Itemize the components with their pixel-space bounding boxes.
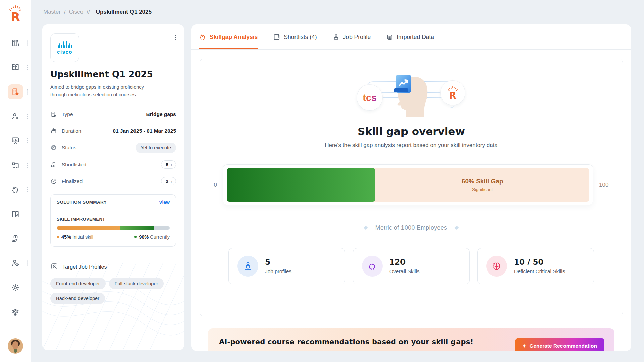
ai-lab-icon	[8, 305, 23, 319]
initial-skill-dot	[57, 236, 59, 238]
view-link[interactable]: View	[159, 200, 170, 205]
program-summary-card: cisco Upskillment Q1 2025 Aimed to bridg…	[42, 24, 184, 350]
kebab-menu-icon[interactable]	[27, 114, 28, 119]
target-job-profiles-header: Target Job Profiles	[50, 262, 176, 272]
assessments-icon	[8, 60, 23, 75]
job-profile-tab-icon	[332, 33, 340, 41]
metric-deficient-critical-skills: 10 / 50 Deficient Critical Skills	[477, 248, 594, 284]
user-avatar[interactable]	[8, 338, 23, 354]
target-job-profiles-title: Target Job Profiles	[62, 264, 107, 270]
kebab-menu-icon[interactable]	[27, 187, 28, 192]
gauge-value-label: 60% Skill Gap	[462, 178, 503, 185]
metric-cards: 5 Job profiles 120 Overall Skills	[228, 248, 594, 284]
ai-recommendation-banner: AI-powered course recommendations based …	[208, 328, 614, 351]
kebab-menu-icon[interactable]	[27, 261, 28, 266]
rosette-check-icon	[50, 178, 57, 185]
job-tag[interactable]: Back-end developer	[50, 293, 105, 304]
kebab-menu-icon[interactable]	[27, 163, 28, 168]
job-tag[interactable]: Front-end developer	[50, 278, 106, 289]
gauge-max-label: 100	[599, 182, 608, 188]
field-finalized: Finalized 2 ›	[50, 173, 176, 190]
generate-recommendation-button[interactable]: ✦ Generate Recommendation	[515, 338, 604, 351]
svg-text:R: R	[449, 90, 456, 100]
gauge-shell: 60% Skill Gap Significant	[223, 164, 593, 205]
user-management-icon	[8, 109, 23, 124]
chevron-right-icon: ›	[171, 162, 172, 167]
kebab-menu-icon[interactable]	[27, 65, 28, 70]
kebab-menu-icon[interactable]	[27, 41, 28, 46]
sidebar-item-courses[interactable]	[0, 231, 31, 246]
imported-data-icon	[386, 33, 393, 41]
field-label: Type	[62, 111, 73, 117]
metric-label: Deficient Critical Skills	[514, 268, 565, 275]
sidebar-item-user-management[interactable]	[0, 109, 31, 124]
shortlisted-count: 6	[166, 162, 168, 167]
gauge-min-label: 0	[214, 182, 217, 188]
field-type: Type Bridge gaps	[50, 106, 176, 123]
field-label: Duration	[62, 128, 82, 134]
field-shortlisted: Shortlisted 6 ›	[50, 156, 176, 173]
people-group-icon	[50, 128, 57, 134]
settings-gear-icon	[8, 280, 23, 295]
sidebar-item-user-settings[interactable]	[0, 256, 31, 270]
app-logo[interactable]: R	[7, 4, 24, 23]
target-job-tags: Front-end developer Full-stack developer…	[50, 278, 164, 304]
kebab-menu-icon[interactable]	[27, 89, 28, 95]
shortlisted-count-button[interactable]: 6 ›	[161, 160, 176, 169]
divider	[50, 343, 176, 343]
sidebar-item-settings[interactable]	[0, 280, 31, 295]
sidebar-item-assessments[interactable]	[0, 60, 31, 75]
tab-imported-data[interactable]: Imported Data	[386, 24, 434, 49]
breadcrumb-current: Upskillment Q1 2025	[96, 9, 152, 15]
job-profile-icon	[50, 262, 58, 272]
breadcrumb: Master / Cisco // Upskillment Q1 2025	[43, 9, 152, 15]
current-skill-dot	[134, 236, 137, 238]
tab-job-profile[interactable]: Job Profile	[332, 24, 371, 49]
current-skill-pct: 90%	[139, 234, 149, 240]
breadcrumb-separator: //	[87, 9, 90, 15]
gauge-track: 60% Skill Gap Significant	[227, 168, 589, 202]
sidebar-item-company-programs[interactable]	[0, 84, 31, 99]
status-record-icon	[50, 144, 57, 151]
breadcrumb-root[interactable]: Master	[43, 9, 61, 15]
field-status: Status Yet to execute	[50, 139, 176, 156]
sidebar-item-ai-lab[interactable]	[0, 305, 31, 319]
sidebar-item-workflow[interactable]	[0, 158, 31, 173]
initial-skill-label: Initial skill	[72, 234, 93, 240]
tab-shortlists[interactable]: Shortlists (4)	[273, 24, 317, 49]
content-editing-icon	[8, 207, 23, 222]
growth-report-icon	[393, 74, 413, 95]
chevron-right-icon: ›	[171, 178, 172, 184]
tab-bar: Skillgap Analysis Shortlists (4) Job Pro…	[191, 24, 631, 50]
card-kebab-menu-icon[interactable]	[173, 33, 178, 42]
ai-analysis-icon	[8, 182, 23, 197]
finalized-count-button[interactable]: 2 ›	[161, 177, 176, 185]
sidebar-item-analytics[interactable]	[0, 133, 31, 148]
field-value: Bridge gaps	[146, 111, 176, 117]
sidebar-item-library[interactable]	[0, 36, 31, 50]
current-skill-label: Currently	[150, 234, 170, 240]
breadcrumb-parent[interactable]: Cisco	[69, 9, 84, 15]
skill-gap-overview-card: tcs R Skill gap overview Here’s the skil…	[200, 59, 623, 316]
tab-skillgap-analysis[interactable]: Skillgap Analysis	[199, 24, 258, 49]
cisco-bars-icon	[58, 41, 72, 48]
metric-overall-skills: 120 Overall Skills	[353, 248, 470, 284]
sidebar-item-ai-analysis[interactable]	[0, 182, 31, 197]
field-label: Finalized	[62, 178, 83, 184]
company-logo-text: cisco	[57, 49, 72, 55]
tab-label: Skillgap Analysis	[210, 34, 258, 41]
banner-text: AI-powered course recommendations based …	[219, 338, 473, 346]
sidebar: R	[0, 0, 31, 362]
tab-label: Imported Data	[397, 34, 434, 41]
job-tag[interactable]: Full-stack developer	[109, 278, 164, 289]
sidebar-item-content-editing[interactable]	[0, 207, 31, 222]
divider	[50, 255, 176, 255]
metric-job-profiles: 5 Job profiles	[228, 248, 345, 284]
tcs-partner-logo: tcs	[357, 84, 383, 111]
metric-value: 120	[389, 258, 420, 266]
critical-skills-icon	[486, 256, 507, 277]
status-badge: Yet to execute	[136, 143, 176, 153]
metric-value: 5	[265, 258, 291, 266]
shortlists-icon	[273, 33, 280, 41]
kebab-menu-icon[interactable]	[27, 138, 28, 143]
